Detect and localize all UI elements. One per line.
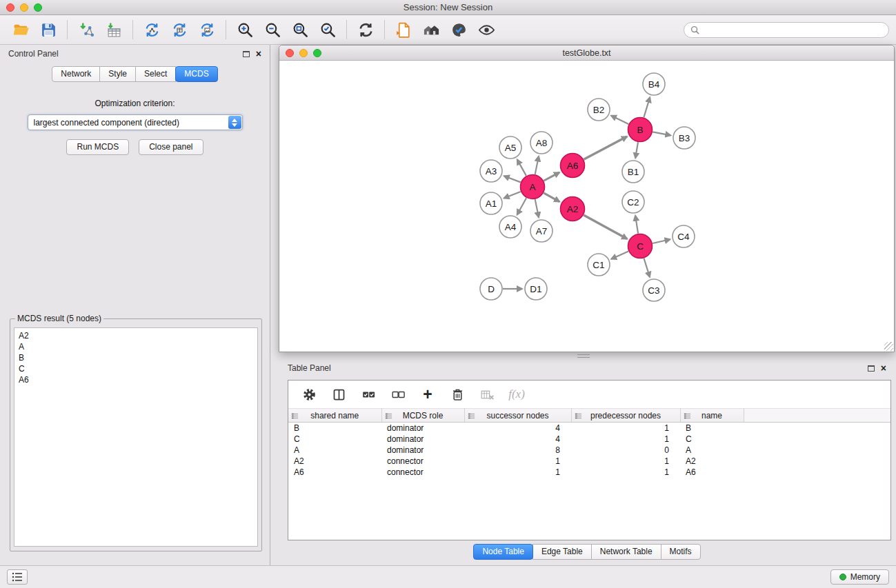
edge-B-B4[interactable] bbox=[644, 97, 650, 117]
node-A7[interactable]: A7 bbox=[530, 220, 552, 242]
edge-C-C1[interactable] bbox=[611, 252, 628, 259]
tab-select[interactable]: Select bbox=[135, 66, 176, 82]
select-all-columns-button[interactable] bbox=[359, 385, 377, 403]
network-graph[interactable]: B4B2BB3A8A5A6A3B1AC2A1A2A4A7C4CC1C3DD1 bbox=[279, 61, 894, 352]
export-image-button[interactable] bbox=[193, 17, 221, 42]
node-B3[interactable]: B3 bbox=[673, 127, 695, 149]
import-network-from-file-button[interactable] bbox=[72, 17, 100, 42]
function-builder-button[interactable]: f(x) bbox=[508, 385, 526, 403]
node-A3[interactable]: A3 bbox=[480, 160, 502, 182]
node-B[interactable]: B bbox=[628, 118, 653, 142]
show-graphics-details-button[interactable] bbox=[472, 17, 500, 42]
node-A1[interactable]: A1 bbox=[480, 192, 502, 214]
minimize-network-window-button[interactable] bbox=[299, 49, 308, 57]
edge-A2-C[interactable] bbox=[584, 215, 627, 239]
column-header-mcds-role[interactable]: MCDS role bbox=[381, 409, 464, 423]
table-row[interactable]: Bdominator41B bbox=[288, 423, 890, 434]
result-item[interactable]: B bbox=[19, 352, 253, 363]
node-D[interactable]: D bbox=[480, 278, 502, 300]
export-table-button[interactable] bbox=[166, 17, 193, 42]
edge-B-B2[interactable] bbox=[611, 116, 628, 124]
node-C2[interactable]: C2 bbox=[622, 191, 644, 213]
maximize-network-window-button[interactable] bbox=[313, 49, 321, 57]
edge-A6-B[interactable] bbox=[584, 136, 627, 159]
window-resize-grip[interactable] bbox=[884, 342, 893, 351]
apply-style-button[interactable] bbox=[445, 17, 472, 42]
edge-C-C2[interactable] bbox=[635, 216, 638, 234]
node-C[interactable]: C bbox=[628, 234, 653, 258]
edge-C-C4[interactable] bbox=[653, 239, 670, 243]
edge-C-C3[interactable] bbox=[644, 258, 650, 277]
tab-node-table[interactable]: Node Table bbox=[473, 544, 533, 560]
edge-A-A4[interactable] bbox=[517, 198, 526, 214]
edge-A-A1[interactable] bbox=[504, 192, 521, 199]
node-C3[interactable]: C3 bbox=[643, 279, 665, 301]
close-network-window-button[interactable] bbox=[286, 49, 294, 57]
table-row[interactable]: A2connector11A2 bbox=[288, 456, 890, 467]
show-panels-button[interactable] bbox=[7, 569, 28, 585]
apply-preferred-layout-button[interactable] bbox=[417, 17, 445, 42]
network-canvas[interactable]: B4B2BB3A8A5A6A3B1AC2A1A2A4A7C4CC1C3DD1 bbox=[279, 61, 894, 352]
edge-A-A3[interactable] bbox=[504, 176, 521, 182]
edge-A-A5[interactable] bbox=[517, 159, 526, 176]
node-C1[interactable]: C1 bbox=[588, 254, 610, 276]
node-A6[interactable]: A6 bbox=[561, 154, 585, 178]
delete-table-button[interactable] bbox=[478, 385, 496, 403]
network-view-window[interactable]: testGlobe.txt B4B2BB3A8A5A6A3B1AC2A1A2A4… bbox=[279, 45, 895, 352]
edge-B-B1[interactable] bbox=[635, 142, 638, 158]
node-B4[interactable]: B4 bbox=[643, 73, 665, 95]
edge-A-A2[interactable] bbox=[544, 193, 559, 202]
float-table-panel-icon[interactable] bbox=[868, 365, 875, 372]
toggle-column-display-button[interactable] bbox=[330, 385, 348, 403]
edge-B-B3[interactable] bbox=[653, 132, 670, 135]
delete-columns-button[interactable] bbox=[448, 385, 466, 403]
criterion-dropdown[interactable]: largest connected component (directed) bbox=[28, 114, 243, 130]
zoom-out-button[interactable] bbox=[259, 17, 286, 42]
table-row[interactable]: Cdominator41C bbox=[288, 434, 890, 445]
splitter-handle[interactable] bbox=[577, 354, 590, 358]
edge-A-A7[interactable] bbox=[535, 199, 539, 217]
close-window-button[interactable] bbox=[6, 3, 14, 12]
create-column-button[interactable]: + bbox=[419, 385, 437, 403]
table-settings-button[interactable] bbox=[300, 385, 318, 403]
node-A2[interactable]: A2 bbox=[561, 197, 585, 221]
new-network-from-file-button[interactable] bbox=[390, 17, 417, 42]
result-item[interactable]: A6 bbox=[19, 374, 253, 385]
node-A5[interactable]: A5 bbox=[499, 136, 521, 159]
run-mcds-button[interactable]: Run MCDS bbox=[66, 139, 129, 155]
edge-A-A8[interactable] bbox=[535, 156, 539, 174]
save-session-button[interactable] bbox=[34, 17, 62, 42]
result-item[interactable]: C bbox=[19, 363, 253, 374]
result-item[interactable]: A2 bbox=[19, 330, 253, 341]
tab-edge-table[interactable]: Edge Table bbox=[532, 544, 592, 560]
refresh-network-view-button[interactable] bbox=[352, 17, 379, 42]
tab-style[interactable]: Style bbox=[99, 66, 136, 82]
memory-button[interactable]: Memory bbox=[830, 569, 889, 585]
edge-A-A6[interactable] bbox=[544, 172, 559, 181]
float-panel-icon[interactable] bbox=[243, 51, 250, 57]
zoom-fit-button[interactable] bbox=[286, 17, 314, 42]
column-header-successor-nodes[interactable]: successor nodes bbox=[464, 409, 571, 423]
tab-network[interactable]: Network bbox=[52, 66, 100, 82]
node-B2[interactable]: B2 bbox=[588, 99, 610, 121]
table-row[interactable]: Adominator80A bbox=[288, 445, 890, 456]
minimize-window-button[interactable] bbox=[20, 3, 28, 12]
open-session-button[interactable] bbox=[7, 17, 34, 42]
tab-network-table[interactable]: Network Table bbox=[591, 544, 661, 560]
close-panel-button[interactable]: Close panel bbox=[139, 139, 203, 155]
result-item[interactable]: A bbox=[19, 341, 253, 352]
close-table-panel-icon[interactable]: × bbox=[881, 365, 886, 372]
search-field[interactable] bbox=[684, 22, 889, 38]
node-A[interactable]: A bbox=[521, 175, 545, 199]
node-A8[interactable]: A8 bbox=[530, 132, 552, 154]
table-row[interactable]: A6connector11A6 bbox=[288, 467, 890, 478]
column-header-shared-name[interactable]: shared name bbox=[288, 409, 381, 423]
zoom-selected-button[interactable] bbox=[314, 17, 341, 42]
node-B1[interactable]: B1 bbox=[622, 161, 644, 183]
node-A4[interactable]: A4 bbox=[499, 216, 521, 238]
column-header-predecessor-nodes[interactable]: predecessor nodes bbox=[571, 409, 680, 423]
column-header-name[interactable]: name bbox=[680, 409, 744, 423]
tab-mcds[interactable]: MCDS bbox=[175, 66, 217, 82]
node-D1[interactable]: D1 bbox=[525, 278, 547, 300]
table-scroll-area[interactable]: shared name MCDS role successor nodes bbox=[288, 408, 890, 540]
